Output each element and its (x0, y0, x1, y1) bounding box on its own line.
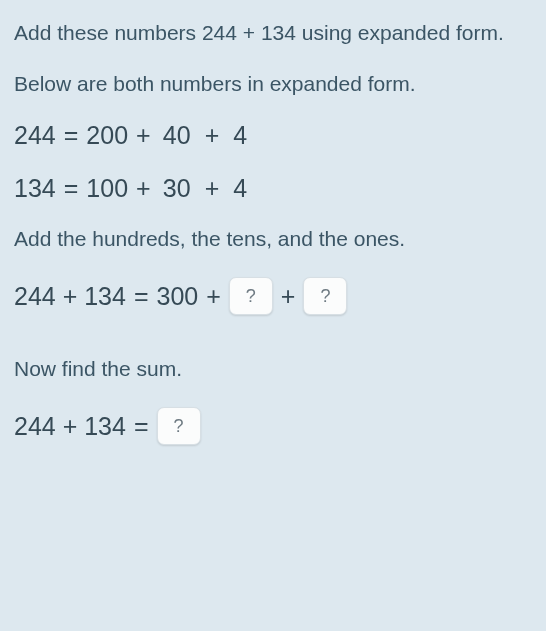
number-1: 244 (14, 121, 56, 150)
expanded-row-2: 134 = 100 + 30 + 4 (14, 174, 532, 203)
ones-sum-input[interactable]: ? (303, 277, 347, 315)
plus-sign: + (281, 282, 296, 311)
problem-intro: Add these numbers 244 + 134 using expand… (14, 16, 532, 50)
plus-sign: + (205, 174, 220, 203)
tens-2: 30 (159, 174, 191, 203)
final-sum-input[interactable]: ? (157, 407, 201, 445)
hundreds-sum: 300 (157, 282, 199, 311)
plus-sign: + (205, 121, 220, 150)
hundreds-1: 200 (86, 121, 128, 150)
equals-sign: = (134, 412, 149, 441)
final-lhs: 244 + 134 (14, 412, 126, 441)
plus-sign: + (206, 282, 221, 311)
equals-sign: = (64, 174, 79, 203)
plus-sign: + (136, 174, 151, 203)
partial-sum-row: 244 + 134 = 300 + ? + ? (14, 277, 532, 315)
tens-sum-input[interactable]: ? (229, 277, 273, 315)
number-2: 134 (14, 174, 56, 203)
ones-1: 4 (233, 121, 247, 150)
tens-1: 40 (159, 121, 191, 150)
plus-sign: + (136, 121, 151, 150)
equals-sign: = (134, 282, 149, 311)
equals-sign: = (64, 121, 79, 150)
expanded-row-1: 244 = 200 + 40 + 4 (14, 121, 532, 150)
instruction-find-sum: Now find the sum. (14, 357, 532, 381)
expanded-form-heading: Below are both numbers in expanded form. (14, 68, 532, 100)
instruction-add-places: Add the hundreds, the tens, and the ones… (14, 227, 532, 251)
final-sum-row: 244 + 134 = ? (14, 407, 532, 445)
ones-2: 4 (233, 174, 247, 203)
hundreds-2: 100 (86, 174, 128, 203)
sum-lhs: 244 + 134 (14, 282, 126, 311)
